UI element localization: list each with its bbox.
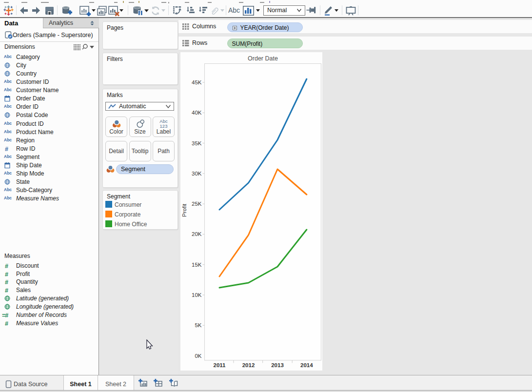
svg-text:10K: 10K — [192, 292, 202, 298]
svg-text:Profit: Profit — [181, 203, 187, 217]
svg-text:2014: 2014 — [300, 362, 313, 368]
svg-text:5K: 5K — [195, 322, 201, 328]
svg-text:25K: 25K — [192, 201, 202, 207]
svg-text:0K: 0K — [195, 353, 201, 359]
svg-text:Order Date: Order Date — [248, 55, 278, 62]
svg-text:2011: 2011 — [214, 362, 226, 368]
svg-text:20K: 20K — [192, 231, 202, 237]
svg-text:40K: 40K — [192, 110, 202, 116]
svg-text:35K: 35K — [192, 140, 202, 146]
svg-text:45K: 45K — [192, 79, 202, 85]
svg-text:2013: 2013 — [271, 362, 284, 368]
svg-text:15K: 15K — [192, 262, 202, 268]
svg-text:30K: 30K — [192, 171, 202, 176]
svg-text:2012: 2012 — [242, 362, 255, 368]
